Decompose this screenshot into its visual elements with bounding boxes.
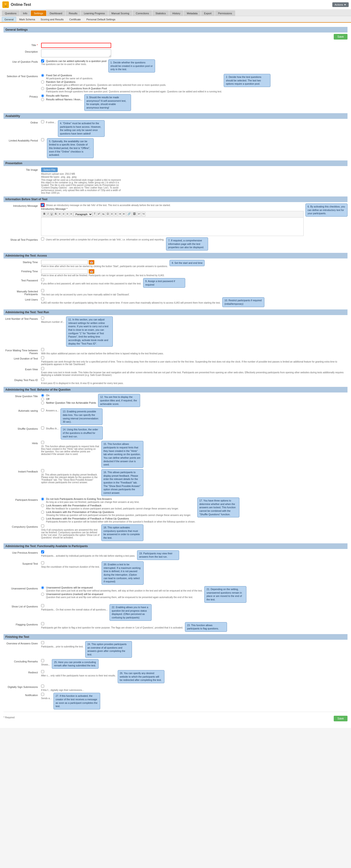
toolbar-outdent[interactable]: ⇤ xyxy=(122,212,126,217)
limit-duration-checkbox[interactable] xyxy=(41,356,44,359)
online-checkbox[interactable] xyxy=(41,120,44,123)
title-input[interactable]: Online-Test xyxy=(41,43,111,48)
concluding-remarks-checkbox[interactable] xyxy=(41,659,44,662)
finishing-header: Finishing the Test xyxy=(3,634,348,640)
tab-learning-progress[interactable]: Learning Progress xyxy=(81,10,108,16)
intro-msg-editor[interactable] xyxy=(41,217,304,236)
tab-history[interactable]: History xyxy=(169,10,183,16)
limit-passes-checkbox[interactable] xyxy=(41,316,44,319)
manually-selected-checkbox[interactable] xyxy=(41,289,44,292)
toolbar-redo[interactable]: ↪ xyxy=(142,212,145,217)
radio-queue[interactable] xyxy=(41,87,44,90)
radio-privacy-names[interactable] xyxy=(41,94,44,97)
tab-statistics[interactable]: Statistics xyxy=(152,10,169,16)
tab-questions[interactable]: Questions xyxy=(2,10,20,16)
shuffle-questions-checkbox[interactable] xyxy=(41,426,44,429)
notification-checkbox[interactable] xyxy=(41,693,44,696)
tab-settings[interactable]: Settings xyxy=(31,10,46,16)
auto-save-checkbox[interactable] xyxy=(41,408,44,411)
toolbar-ol[interactable]: ≡ xyxy=(114,212,117,217)
toolbar-font[interactable]: T xyxy=(93,212,97,217)
toolbar-special-chars[interactable]: Ω xyxy=(106,212,109,217)
intro-msg-checkbox[interactable] xyxy=(41,204,44,207)
radio-fixed-set[interactable] xyxy=(41,74,44,77)
toolbar-align-center[interactable]: ≡ xyxy=(62,212,65,217)
radio-unanswered-0-label: Unanswered Questions will be enqueued xyxy=(46,586,93,589)
tab-info[interactable]: Info xyxy=(20,10,30,16)
display-pass-id-checkbox[interactable] xyxy=(41,378,44,381)
force-waiting-checkbox[interactable] xyxy=(41,348,44,351)
toolbar-align-right[interactable]: ≡ xyxy=(66,212,69,217)
compulsory-checkbox[interactable] xyxy=(41,524,44,527)
suspend-test-checkbox[interactable] xyxy=(41,561,44,564)
description-input[interactable] xyxy=(41,49,111,57)
starting-time-calendar[interactable]: 📅 xyxy=(89,260,94,265)
radio-pa-1-label: Lock Answers with the Presentation of Fe… xyxy=(46,504,101,507)
limited-availability-checkbox[interactable] xyxy=(41,138,44,141)
show-list-questions-checkbox[interactable] xyxy=(41,604,44,607)
actions-button[interactable]: Actions ▼ xyxy=(332,2,349,7)
sub-tab-certificate[interactable]: Certificate xyxy=(67,17,83,22)
toolbar-superscript[interactable]: x² xyxy=(97,212,101,217)
toolbar-undo[interactable]: ↩ xyxy=(137,212,141,217)
radio-showqt-neither[interactable] xyxy=(41,401,44,404)
radio-pa-1[interactable] xyxy=(41,504,44,507)
toolbar-indent[interactable]: ⇥ xyxy=(118,212,122,217)
flagging-checkbox[interactable] xyxy=(41,622,44,625)
tab-manual-scoring[interactable]: Manual Scoring xyxy=(108,10,132,16)
toolbar-ul[interactable]: ≡ xyxy=(110,212,113,217)
starting-time-input[interactable]: DD.MM.YYYY HH:mm xyxy=(41,260,88,265)
sub-tab-mark-schema[interactable]: Mark Schema xyxy=(16,17,38,22)
radio-pa-2[interactable] xyxy=(41,510,44,514)
radio-showqt-off[interactable] xyxy=(41,398,44,401)
sub-tab-personal-default[interactable]: Personal Default Settings xyxy=(84,17,118,22)
tab-results[interactable]: Results xyxy=(66,10,80,16)
toolbar-image[interactable]: 🖼 xyxy=(132,212,137,217)
instant-feedback-checkbox[interactable] xyxy=(41,469,44,472)
radio-random-set[interactable] xyxy=(41,81,44,84)
info-before-test-header: Information Before Start of Test xyxy=(3,196,348,202)
select-file-button[interactable]: Select File xyxy=(41,167,58,172)
save-button-top[interactable]: Save xyxy=(334,34,348,39)
callout-3: 3. Should the results be made anonymous?… xyxy=(84,94,131,111)
tab-permissions[interactable]: Permissions xyxy=(215,10,235,16)
tab-corrections[interactable]: Corrections xyxy=(133,10,152,16)
toolbar-underline[interactable]: U xyxy=(50,212,54,217)
digitally-sign-checkbox[interactable] xyxy=(41,685,44,688)
use-prev-answers-checkbox[interactable] xyxy=(41,550,44,553)
toolbar-paragraph-select[interactable]: Paragraph xyxy=(73,212,93,217)
tab-metadata[interactable]: Metadata xyxy=(184,10,201,16)
radio-showqt-on[interactable] xyxy=(41,394,44,397)
callout-1: 1. Decide whether the questions should b… xyxy=(108,59,155,72)
callout-7: 7. If required, a comprehensive informat… xyxy=(166,238,208,250)
toolbar-align-justify[interactable]: ≡ xyxy=(70,212,73,217)
radio-random-label: Random Set of Questions xyxy=(46,81,75,83)
overview-answers-checkbox[interactable] xyxy=(41,641,44,644)
tab-export[interactable]: Export xyxy=(201,10,215,16)
redirect-checkbox[interactable] xyxy=(41,670,44,673)
sub-tab-scoring[interactable]: Scoring and Results xyxy=(38,17,66,22)
toolbar-link[interactable]: 🔗 xyxy=(127,212,132,217)
show-test-props-checkbox[interactable] xyxy=(41,238,44,241)
toolbar-align-left[interactable]: ≡ xyxy=(58,212,61,217)
radio-pa-3[interactable] xyxy=(41,517,44,520)
finishing-time-calendar[interactable]: 📅 xyxy=(89,269,94,274)
save-button-bottom[interactable]: Save xyxy=(334,716,348,721)
test-password-checkbox[interactable] xyxy=(41,278,44,281)
use-question-pools-checkbox[interactable] xyxy=(41,59,44,62)
toolbar-strikethrough[interactable]: S xyxy=(54,212,58,217)
radio-unanswered-0[interactable] xyxy=(41,586,44,589)
radio-pa-0[interactable] xyxy=(41,497,44,500)
radio-unanswered-1[interactable] xyxy=(41,593,44,596)
radio-pa-3-label: Lock Answers with the Presentation of Fe… xyxy=(46,517,129,520)
toolbar-subscript[interactable]: x₂ xyxy=(101,212,106,217)
tab-dashboard[interactable]: Dashboard xyxy=(47,10,65,16)
toolbar-italic[interactable]: I xyxy=(47,212,49,217)
sub-tab-general[interactable]: General xyxy=(2,17,16,22)
radio-privacy-anon[interactable] xyxy=(41,98,44,101)
hints-checkbox[interactable] xyxy=(41,441,44,444)
exam-view-checkbox[interactable] xyxy=(41,367,44,370)
limit-users-checkbox[interactable] xyxy=(41,297,44,300)
toolbar-bold[interactable]: B xyxy=(42,212,46,217)
finishing-time-input[interactable]: DD.MM.YYYY HH:mm xyxy=(41,269,88,274)
